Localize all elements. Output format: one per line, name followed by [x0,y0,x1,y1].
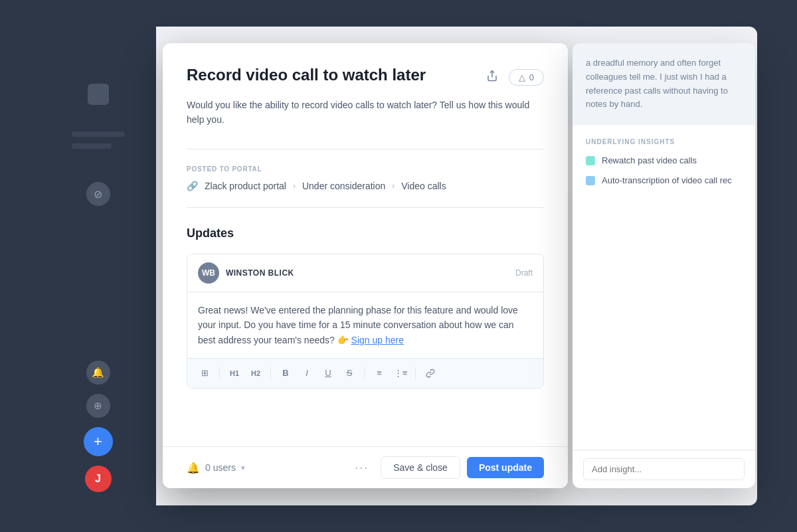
posted-to-label: POSTED TO PORTAL [187,165,544,173]
right-panel: a dreadful memory and often forget colle… [573,43,755,488]
dropdown-arrow[interactable]: ▾ [241,464,245,472]
insight-item-1: Rewatch past video calls [586,155,742,167]
sidebar-icon-1: ⊘ [86,182,110,206]
modal-title: Record video call to watch later [187,64,426,85]
portal-row: 🔗 Zlack product portal › Under considera… [187,181,544,191]
post-update-button[interactable]: Post update [467,457,544,478]
sidebar-logo [88,84,109,105]
signup-link[interactable]: Sign up here [351,335,404,345]
bell-icon: 🔔 [187,462,200,474]
link-btn[interactable] [421,364,440,383]
insight-dot-1 [586,156,595,165]
toolbar-divider-3 [364,367,365,379]
h1-btn[interactable]: H1 [225,364,244,383]
insights-label: UNDERLYING INSIGHTS [586,138,742,145]
vote-icon: △ [519,72,525,82]
category-item: Video calls [401,181,446,191]
block-btn[interactable]: ⊞ [195,364,214,383]
toolbar-divider-2 [270,367,271,379]
h2-btn[interactable]: H2 [246,364,265,383]
modal-header-actions: △ 0 [484,64,544,87]
add-button[interactable]: + [84,427,113,456]
update-content[interactable]: Great news! We've entered the planning p… [187,292,543,358]
users-count: 0 users [205,462,236,473]
updates-section: Updates WB WINSTON BLICK Draft Great new… [187,226,544,389]
share-button[interactable] [484,67,501,87]
portal-name: Zlack product portal [205,181,286,191]
bold-btn[interactable]: B [276,364,295,383]
save-close-button[interactable]: Save & close [381,456,460,479]
updates-title: Updates [187,226,544,240]
status-item: Under consideration [302,181,385,191]
underline-btn[interactable]: U [319,364,337,383]
insight-dot-2 [586,176,595,185]
footer-right: ··· Save & close Post update [349,456,544,479]
bottom-sidebar: 🔔 ⊕ + J [40,361,156,492]
vote-count: 0 [529,72,534,82]
update-header: WB WINSTON BLICK Draft [187,254,543,292]
modal-description: Would you like the ability to record vid… [187,98,544,128]
add-insight-input[interactable] [583,458,745,480]
toolbar-divider-4 [415,367,416,379]
user-avatar[interactable]: J [85,466,112,492]
modal-footer: 🔔 0 users ▾ ··· Save & close Post update [163,446,568,488]
divider-2 [187,207,544,208]
ordered-list-btn[interactable]: ⋮≡ [391,364,410,383]
update-card: WB WINSTON BLICK Draft Great news! We've… [187,254,544,389]
insight-text-1: Rewatch past video calls [602,155,697,167]
insights-section: UNDERLYING INSIGHTS Rewatch past video c… [573,125,755,450]
users-info: 🔔 0 users ▾ [187,462,245,474]
editor-toolbar: ⊞ H1 H2 B I U S ≡ ⋮≡ [187,358,543,388]
italic-btn[interactable]: I [298,364,316,383]
add-insight-row [573,450,755,488]
strikethrough-btn[interactable]: S [340,364,359,383]
footer-actions: Save & close Post update [381,456,544,479]
toolbar-divider-1 [219,367,220,379]
vote-button[interactable]: △ 0 [509,69,544,86]
draft-badge: Draft [515,268,533,278]
main-modal: Record video call to watch later △ 0 Wou… [163,43,568,488]
modal-header: Record video call to watch later △ 0 [187,64,544,87]
insight-item-2: Auto-transcription of video call rec [586,175,742,187]
bullets-btn[interactable]: ≡ [370,364,389,383]
modal-body: Record video call to watch later △ 0 Wou… [163,43,568,446]
right-panel-preview: a dreadful memory and often forget colle… [573,43,755,125]
author-name: WINSTON BLICK [226,268,294,278]
breadcrumb-arrow-2: › [392,181,395,191]
breadcrumb-arrow: › [293,181,296,191]
settings-icon[interactable]: ⊕ [86,394,110,418]
more-options-btn[interactable]: ··· [349,458,374,478]
author-avatar: WB [198,262,219,284]
notifications-icon[interactable]: 🔔 [86,361,110,385]
author-row: WB WINSTON BLICK [198,262,294,284]
insight-text-2: Auto-transcription of video call rec [602,175,732,187]
divider-1 [187,149,544,149]
sidebar-nav [61,118,135,169]
preview-text: a dreadful memory and often forget colle… [586,56,742,112]
link-icon: 🔗 [187,181,198,191]
sidebar-icons: ⊘ [40,27,156,206]
